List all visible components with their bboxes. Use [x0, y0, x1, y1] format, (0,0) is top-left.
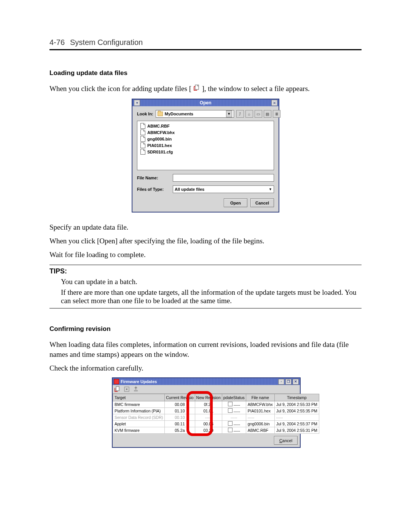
checkbox[interactable] — [228, 408, 233, 413]
look-in-value: MyDocuments — [165, 112, 193, 116]
detail-view-button[interactable]: ≣ — [273, 110, 280, 118]
up-folder-button[interactable]: ⤴ — [236, 110, 244, 118]
file-name-input[interactable] — [173, 174, 274, 182]
cell-target: Sensor Data Record (SDR) — [113, 414, 165, 421]
body-text: Check the information carefully. — [49, 363, 362, 373]
firmware-table: Target Current Revisio New Revision pdat… — [113, 394, 319, 434]
file-icon — [140, 142, 145, 148]
page-number: 4-76 — [49, 38, 65, 47]
cell-update-status: ----- — [222, 421, 246, 427]
cancel-button[interactable]: Cancel — [274, 436, 298, 445]
body-text: Wait for file loading to complete. — [49, 250, 362, 260]
cell-new-revision: 00.06 — [195, 421, 222, 427]
file-item[interactable]: SDR0101.cfg — [137, 149, 274, 155]
add-file-icon — [193, 84, 200, 94]
cell-file-name: PIA0101.hex — [246, 408, 274, 414]
table-row[interactable]: BMC firmware00.080f.21 -----ABMCFW.bhxJu… — [113, 401, 319, 408]
col-new-revision[interactable]: New Revision — [195, 394, 222, 401]
dialog-titlebar[interactable]: ▾ Open ✕ — [132, 99, 279, 106]
cell-file-name: ----- — [246, 414, 274, 421]
table-row[interactable]: KVM firmware05.2a03.29 -----ABMC.RBFJul … — [113, 427, 319, 434]
file-item[interactable]: ABMC.RBF — [137, 123, 274, 129]
cell-new-revision: ----- — [195, 414, 222, 421]
col-target[interactable]: Target — [113, 394, 165, 401]
tips-text: You can update in a batch. — [61, 278, 362, 286]
cell-update-status: ----- — [222, 408, 246, 414]
col-current-revision[interactable]: Current Revisio — [165, 394, 195, 401]
header-rule — [49, 49, 362, 50]
cell-current-revision: 00.08 — [165, 401, 195, 408]
file-type-select[interactable]: All update files ▼ — [173, 185, 274, 193]
file-item[interactable]: PIA0101.hex — [137, 142, 274, 149]
open-file-dialog: ▾ Open ✕ Look In: MyDocuments ▼ ⤴ ⌂ ▭ ▤ … — [132, 99, 279, 212]
file-icon — [140, 149, 145, 155]
cell-timestamp: Jul 9, 2004 2:55:35 PM — [274, 408, 319, 414]
home-button[interactable]: ⌂ — [245, 110, 253, 118]
file-item[interactable]: gng0006.bin — [137, 136, 274, 142]
dialog-title: Open — [132, 100, 279, 105]
firmware-toolbar — [113, 385, 300, 394]
minimize-icon[interactable]: ▫ — [278, 379, 284, 385]
cancel-button[interactable]: Cancel — [250, 198, 274, 207]
add-file-icon[interactable] — [114, 386, 121, 393]
cell-target: BMC firmware — [113, 401, 165, 408]
file-icon — [140, 136, 145, 142]
col-file-name[interactable]: File name — [246, 394, 274, 401]
col-update-status[interactable]: pdateStatus — [222, 394, 246, 401]
intro-paragraph: When you click the icon for adding updat… — [49, 84, 362, 94]
table-row[interactable]: Platform Information (PIA)01.1001.01 ---… — [113, 408, 319, 414]
tips-rule-top — [49, 265, 362, 265]
close-icon[interactable]: ✕ — [293, 379, 299, 385]
look-in-label: Look In: — [137, 112, 153, 116]
close-icon[interactable]: ✕ — [271, 100, 277, 106]
section-title-loading: Loading update data files — [49, 69, 362, 77]
file-icon — [140, 123, 145, 129]
cell-file-name: ABMC.RBF — [246, 427, 274, 434]
file-list[interactable]: ABMC.RBF ABMCFW.bhx gng0006.bin PIA0101.… — [137, 121, 274, 170]
intro-text-a: When you click the icon for adding updat… — [49, 85, 191, 93]
firmware-titlebar[interactable]: Firmware Updates ▫ ❐ ✕ — [113, 378, 300, 385]
folder-icon — [158, 112, 163, 116]
new-folder-button[interactable]: ▭ — [255, 110, 262, 118]
tips-text: If there are more than one update target… — [61, 288, 362, 305]
open-button[interactable]: Open — [224, 198, 247, 207]
cell-current-revision: 00.10 — [165, 414, 195, 421]
file-item[interactable]: ABMCFW.bhx — [137, 129, 274, 136]
table-row[interactable]: Sensor Data Record (SDR)00.10-----------… — [113, 414, 319, 421]
cell-target: Applet — [113, 421, 165, 427]
maximize-icon[interactable]: ❐ — [285, 379, 292, 385]
firmware-updates-window: Firmware Updates ▫ ❐ ✕ — [112, 377, 301, 448]
write-icon[interactable] — [123, 386, 130, 393]
file-icon — [140, 129, 145, 135]
svg-rect-4 — [134, 390, 138, 391]
file-name-label: File Name: — [137, 176, 170, 180]
checkbox[interactable] — [228, 421, 233, 426]
tips-heading: TIPS: — [49, 267, 362, 275]
section-name: System Configuration — [70, 38, 143, 47]
firmware-title: Firmware Updates — [121, 379, 157, 384]
checkbox[interactable] — [228, 402, 233, 406]
table-row[interactable]: Applet00.1100.06 -----gng0006.binJul 9, … — [113, 421, 319, 427]
list-view-button[interactable]: ▤ — [264, 110, 271, 118]
cell-update-status: ----- — [222, 427, 246, 434]
cell-timestamp: Jul 9, 2004 2:55:31 PM — [274, 427, 319, 434]
cell-new-revision: 0f.21 — [195, 401, 222, 408]
intro-text-b: ], the window to select a file appears. — [202, 85, 310, 93]
page-header: 4-76 System Configuration — [49, 38, 362, 47]
chevron-down-icon[interactable]: ▼ — [269, 187, 272, 191]
look-in-combo[interactable]: MyDocuments ▼ — [156, 110, 234, 118]
cell-new-revision: 03.29 — [195, 427, 222, 434]
app-icon — [114, 379, 119, 384]
start-icon[interactable] — [132, 386, 139, 393]
cell-target: KVM firmware — [113, 427, 165, 434]
svg-point-3 — [126, 388, 127, 390]
checkbox[interactable] — [228, 428, 233, 432]
cell-timestamp: Jul 9, 2004 2:55:33 PM — [274, 401, 319, 408]
cell-timestamp: ----- — [274, 414, 319, 421]
cell-current-revision: 01.10 — [165, 408, 195, 414]
col-timestamp[interactable]: Timestamp — [274, 394, 319, 401]
body-text: Specify an update data file. — [49, 222, 362, 232]
cell-file-name: gng0006.bin — [246, 421, 274, 427]
chevron-down-icon[interactable]: ▼ — [226, 110, 232, 117]
body-text: When loading data files completes, infor… — [49, 340, 362, 359]
